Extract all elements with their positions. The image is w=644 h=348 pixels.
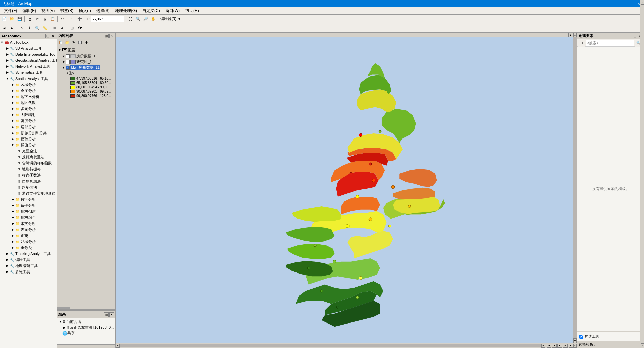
pan-btn[interactable]: ✋: [150, 15, 157, 23]
tool-kriging[interactable]: ⚙ 克里金法: [0, 148, 57, 154]
contents-list-by-drawing-order[interactable]: 📋: [58, 40, 64, 45]
menu-edit[interactable]: 编辑(E): [20, 7, 39, 14]
menu-help[interactable]: 帮助(H): [182, 7, 202, 14]
hscroll-thumb[interactable]: [57, 307, 70, 309]
menu-file[interactable]: 文件(F): [1, 7, 20, 14]
contents-options[interactable]: ⚙: [83, 40, 89, 45]
copy-btn[interactable]: ⎘: [41, 15, 49, 23]
toolbox-extraction[interactable]: ▶ 📁 提取分析: [0, 136, 57, 142]
cut-btn[interactable]: ✂: [34, 15, 41, 23]
contents-list-by-source[interactable]: 📁: [64, 40, 70, 45]
create-features-search[interactable]: [586, 40, 634, 46]
check-hp1[interactable]: [66, 54, 70, 58]
add-data-btn[interactable]: ➕: [76, 15, 84, 23]
toolbox-schematics[interactable]: ▶ 🔧 Schematics 工具: [0, 69, 57, 76]
nav-prev-btn[interactable]: ◄: [547, 344, 551, 348]
toolbox-surface[interactable]: ▶ 📁 表面分析: [0, 227, 57, 233]
results-share-item[interactable]: 🌐 共享: [58, 330, 115, 336]
toolbox-interpolation[interactable]: ▼ 📁 插值分析: [0, 142, 57, 148]
new-btn[interactable]: 📄: [1, 15, 8, 23]
restore-button[interactable]: □: [629, 1, 635, 6]
check-sa[interactable]: [66, 60, 70, 64]
toolbox-root[interactable]: ▼ 🧰 ArcToolbox: [0, 39, 57, 45]
toolbox-hydrology[interactable]: ▶ 📁 水文分析: [0, 220, 57, 227]
contents-close-btn[interactable]: ✕: [109, 34, 114, 38]
toolbox-geostat[interactable]: ▶ 🔧 Geostatistical Analyst 工具: [0, 57, 57, 63]
cf-new-template-btn[interactable]: 🗒: [578, 39, 585, 47]
toolbox-network[interactable]: ▶ 🔧 Network Analyst 工具: [0, 63, 57, 69]
toolbox-conditional[interactable]: ▶ 📁 条件分析: [0, 202, 57, 208]
scale-input[interactable]: [91, 16, 124, 22]
tool-natural-neighbor[interactable]: ⚙ 自然邻域法: [0, 178, 57, 184]
hscroll-track-map[interactable]: [120, 344, 541, 347]
results-tool-item[interactable]: ▶ ⚙ 反距离权重法 [101938_0...: [58, 325, 115, 330]
zoom-out-btn[interactable]: 🔎: [142, 15, 149, 23]
open-btn[interactable]: 📂: [8, 15, 16, 23]
find-btn[interactable]: 🔍: [34, 24, 41, 32]
results-float-btn[interactable]: ◫: [104, 312, 109, 317]
toolbox-multivariate[interactable]: ▶ 📁 多元分析: [0, 106, 57, 112]
identify-btn[interactable]: ℹ: [26, 24, 33, 32]
tree-ldw-layer[interactable]: ▼ ✓ ldw_房价数据_11: [57, 65, 115, 70]
vscroll-up-btn[interactable]: ▲: [568, 33, 573, 37]
vscroll-track[interactable]: [573, 37, 577, 338]
measure-btn[interactable]: 📏: [41, 24, 49, 32]
hscroll-left-btn[interactable]: ◄: [116, 344, 120, 348]
select-tool-btn[interactable]: ↖: [18, 24, 25, 32]
contents-list-by-selection[interactable]: 🔲: [77, 40, 83, 45]
toolbox-data-interop[interactable]: ▶ 🔧 Data Interoperability Too...: [0, 51, 57, 57]
menu-insert[interactable]: 插入(I): [76, 7, 93, 14]
toolbox-neighborhood[interactable]: ▶ 📁 邻域分析: [0, 239, 57, 245]
menu-customize[interactable]: 自定义(C): [140, 7, 163, 14]
hscroll-right-btn[interactable]: ►: [541, 344, 545, 348]
vscroll-down[interactable]: ▼: [573, 338, 577, 343]
toolbox-raster-general[interactable]: ▶ 📁 栅格综合: [0, 214, 57, 220]
toolbox-region[interactable]: ▶ 📁 区域分析: [0, 82, 57, 88]
menu-view[interactable]: 视图(V): [39, 7, 57, 14]
toolbox-groundwater[interactable]: ▶ 📁 地下水分析: [0, 94, 57, 100]
check-ldw[interactable]: ✓: [66, 66, 70, 70]
toolbox-density[interactable]: ▶ 📁 密度分析: [0, 118, 57, 124]
tree-layers-root[interactable]: ▼ 🗺 图层: [57, 47, 115, 53]
zoom-in-btn[interactable]: 🔍: [134, 15, 142, 23]
menu-select[interactable]: 选择(S): [94, 7, 112, 14]
tool-idw[interactable]: ⚙ 反距离权重法: [0, 154, 57, 160]
redo-btn[interactable]: ↪: [66, 15, 74, 23]
arctoolbox-float-btn[interactable]: ◫: [45, 34, 50, 38]
print-btn[interactable]: 🖨: [26, 15, 33, 23]
tool-barrier-spline[interactable]: ⚙ 含障碍的样条函数: [0, 160, 57, 166]
paste-btn[interactable]: 📋: [49, 15, 56, 23]
toolbox-raster-create[interactable]: ▶ 📁 栅格创建: [0, 208, 57, 214]
zoom-full-btn[interactable]: ⛶: [126, 15, 134, 23]
toolbox-reclass[interactable]: ▶ 📁 重分类: [0, 245, 57, 251]
vscroll-up[interactable]: ▲: [573, 33, 577, 37]
tree-study-area[interactable]: ▼ 研究区_1: [57, 59, 115, 65]
toolbox-local[interactable]: ▶ 📁 居部分析: [0, 124, 57, 130]
contents-hscroll[interactable]: [57, 306, 115, 309]
contents-list-by-visibility[interactable]: 👁: [70, 40, 76, 45]
results-hscroll[interactable]: [57, 344, 115, 348]
editor-btn[interactable]: 编辑器(R) ▼: [159, 15, 182, 23]
data-view-btn[interactable]: 🗺: [76, 24, 84, 32]
arctoolbox-close-btn[interactable]: ✕: [51, 34, 55, 38]
cf-scroll-bottom[interactable]: ▼: [641, 343, 644, 347]
menu-bookmark[interactable]: 书签(B): [57, 7, 76, 14]
toolbox-mapalgebra[interactable]: ▶ 📁 地图代数: [0, 100, 57, 106]
toolbox-editing[interactable]: ▶ 🔧 编辑工具: [0, 257, 57, 263]
save-btn[interactable]: 💾: [16, 15, 23, 23]
toolbox-segmentation[interactable]: ▶ 📁 影像分割和分类: [0, 130, 57, 136]
zoom-next-btn[interactable]: ►: [8, 24, 16, 32]
nav-next-btn[interactable]: ►: [563, 344, 568, 348]
contents-float-btn[interactable]: ◫: [104, 34, 109, 38]
scroll-end-btn[interactable]: ►|: [569, 344, 573, 348]
construct-checkbox[interactable]: [579, 335, 583, 339]
nav-stop-btn[interactable]: ■: [557, 344, 562, 348]
tree-house-price-1[interactable]: ▼ 房价数据_1: [57, 53, 115, 59]
toolbox-distance[interactable]: ▶ 📁 距离: [0, 233, 57, 239]
annotation-btn[interactable]: A: [59, 24, 66, 32]
results-close-btn[interactable]: ✕: [109, 312, 114, 317]
toolbox-3d-analyst[interactable]: ▶ 🔧 3D Analyst 工具: [0, 45, 57, 51]
toolbox-geocode[interactable]: ▶ 🔧 地理编码工具: [0, 263, 57, 269]
toolbox-digit[interactable]: ▶ 📁 数字分析: [0, 196, 57, 202]
tool-topo-raster[interactable]: ⚙ 地形转栅格: [0, 166, 57, 172]
